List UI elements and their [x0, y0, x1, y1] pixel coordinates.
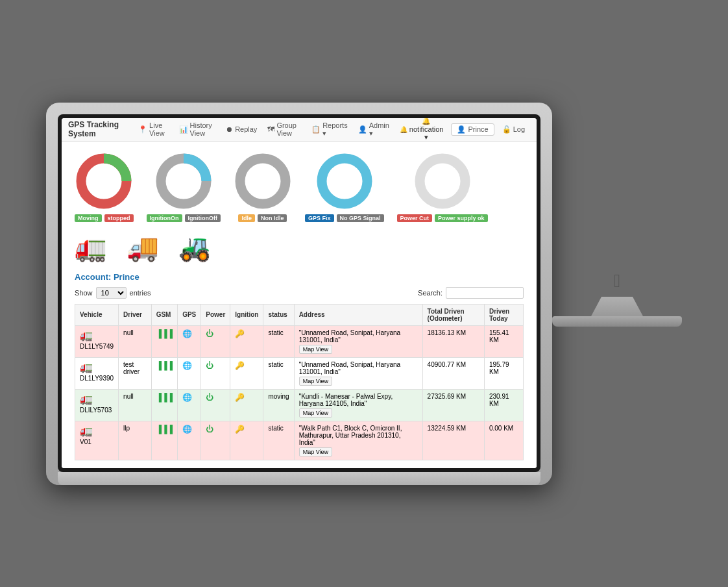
map-view-button[interactable]: Map View	[299, 377, 332, 386]
donut-power	[413, 152, 472, 210]
admin-icon: 👤	[358, 125, 367, 134]
truck-icon: 🚛	[80, 425, 93, 437]
label-ignition-off: IgnitionOff	[185, 214, 221, 222]
odometer-cell: 13224.59 KM	[422, 421, 484, 460]
logout-button[interactable]: 🔓 Log	[497, 124, 530, 135]
label-ignition-on: IgnitionOn	[147, 214, 182, 222]
address-cell: "Unnamed Road, Sonipat, Haryana 131001, …	[294, 357, 422, 389]
svg-point-5	[167, 165, 200, 197]
truck-blue: 🚚	[127, 232, 159, 263]
gsm-signal-icon: ▐▐▐	[156, 361, 173, 370]
driven-today-cell: 230.91 KM	[484, 389, 523, 421]
nav-group-view[interactable]: 🗺 Group View	[262, 118, 306, 141]
search-label: Search:	[418, 289, 443, 297]
gps-cell: 🌐	[178, 421, 201, 460]
ignition-cell: 🔑	[230, 357, 263, 389]
user-icon: 👤	[457, 125, 466, 134]
vehicle-cell: 🚛DL1LY9390	[75, 357, 119, 389]
truck-icon: 🚛	[80, 393, 93, 405]
chart-ignition: IgnitionOn IgnitionOff	[147, 152, 221, 222]
map-view-button[interactable]: Map View	[299, 408, 332, 418]
monitor: GPS Tracking System 📍 Live View 📊 Histor…	[46, 103, 552, 485]
power-cell: ⏻	[201, 357, 230, 389]
navbar: GPS Tracking System 📍 Live View 📊 Histor…	[62, 118, 537, 142]
search-input[interactable]	[446, 287, 524, 299]
notification-button[interactable]: 🔔 🔔 notification ▾	[394, 118, 449, 144]
ignition-cell: 🔑	[230, 325, 263, 357]
nav-reports[interactable]: 📋 Reports ▾	[306, 118, 353, 141]
label-gps-fix: GPS Fix	[305, 214, 334, 222]
driver-cell: llp	[119, 421, 152, 460]
address-text: "Unnamed Road, Sonipat, Haryana 131001, …	[299, 329, 400, 343]
gps-icon: 🌐	[182, 425, 192, 434]
truck-icon: 🚛	[80, 361, 93, 373]
map-view-button[interactable]: Map View	[299, 345, 332, 354]
status-cell: static	[263, 325, 294, 357]
search-box: Search:	[418, 287, 524, 299]
donut-idle	[234, 152, 292, 210]
nav-history-view[interactable]: 📊 History View	[174, 118, 221, 141]
driven-today-cell: 0.00 KM	[484, 421, 523, 460]
chart-labels-3: Idle Non Idle	[238, 214, 287, 222]
gsm-signal-icon: ▐▐▐	[156, 329, 173, 338]
ignition-cell: 🔑	[230, 389, 263, 421]
label-stopped: stopped	[104, 214, 134, 222]
status-cell: static	[263, 421, 294, 460]
odometer-cell: 27325.69 KM	[422, 389, 484, 421]
truck-icon: 🚛	[80, 329, 93, 342]
ignition-cell: 🔑	[230, 421, 263, 460]
chart-gps: GPS Fix No GPS Signal	[305, 152, 384, 222]
col-power: Power	[201, 304, 230, 325]
chart-labels-5: Power Cut Power supply ok	[397, 214, 488, 222]
chart-labels-2: IgnitionOn IgnitionOff	[147, 214, 221, 222]
entries-label: entries	[130, 289, 151, 297]
power-icon: ⏻	[206, 393, 213, 402]
driven-today-cell: 155.41 KM	[484, 325, 523, 357]
navbar-brand: GPS Tracking System	[68, 120, 127, 138]
driver-cell: test driver	[119, 357, 152, 389]
gsm-cell: ▐▐▐	[151, 389, 178, 421]
chart-labels-1: Moving stopped	[75, 214, 134, 222]
address-cell: "Unnamed Road, Sonipat, Haryana 131001, …	[294, 325, 422, 357]
map-view-button[interactable]: Map View	[299, 447, 332, 456]
label-power-cut: Power Cut	[397, 214, 433, 222]
label-power-ok: Power supply ok	[435, 214, 488, 222]
donut-moving-stopped	[75, 152, 133, 210]
col-gps: GPS	[178, 304, 201, 325]
label-moving: Moving	[75, 214, 102, 222]
address-cell: "Kundli - Manesar - Palwal Expy, Haryana…	[294, 389, 422, 421]
col-driven-today: Driven Today	[484, 304, 523, 325]
user-button[interactable]: 👤 Prince	[451, 123, 494, 136]
gps-cell: 🌐	[178, 389, 201, 421]
table-controls: Show 10 25 50 100 entries Search:	[75, 287, 524, 299]
driver-cell: null	[119, 325, 152, 357]
col-ignition: Ignition	[230, 304, 263, 325]
chart-moving-stopped: Moving stopped	[75, 152, 134, 222]
nav-live-view[interactable]: 📍 Live View	[133, 118, 173, 141]
main-content: Moving stopped	[62, 142, 537, 468]
ignition-key-icon: 🔑	[235, 361, 245, 370]
odometer-cell: 18136.13 KM	[422, 325, 484, 357]
vehicle-id: DL1LY9390	[80, 375, 114, 382]
power-icon: ⏻	[206, 361, 213, 370]
reports-icon: 📋	[311, 125, 321, 134]
gsm-cell: ▐▐▐	[151, 421, 178, 460]
gps-cell: 🌐	[178, 325, 201, 357]
power-icon: ⏻	[206, 329, 213, 338]
address-text: "Walk Path C1, Block C, Omicron II, Math…	[299, 425, 402, 446]
svg-point-11	[426, 165, 459, 197]
power-cell: ⏻	[201, 389, 230, 421]
apple-logo: 	[614, 260, 620, 297]
power-icon: ⏻	[206, 425, 213, 434]
nav-admin[interactable]: 👤 Admin ▾	[353, 118, 394, 141]
address-text: "Kundli - Manesar - Palwal Expy, Haryana…	[299, 393, 393, 407]
gsm-signal-icon: ▐▐▐	[156, 425, 173, 434]
chart-power: Power Cut Power supply ok	[397, 152, 488, 222]
driver-cell: null	[119, 389, 152, 421]
gps-icon: 🌐	[182, 361, 192, 370]
chart-labels-4: GPS Fix No GPS Signal	[305, 214, 384, 222]
status-cell: moving	[263, 389, 294, 421]
ignition-key-icon: 🔑	[235, 329, 245, 338]
nav-replay[interactable]: ⏺ Replay	[221, 118, 262, 141]
entries-select[interactable]: 10 25 50 100	[96, 287, 127, 299]
